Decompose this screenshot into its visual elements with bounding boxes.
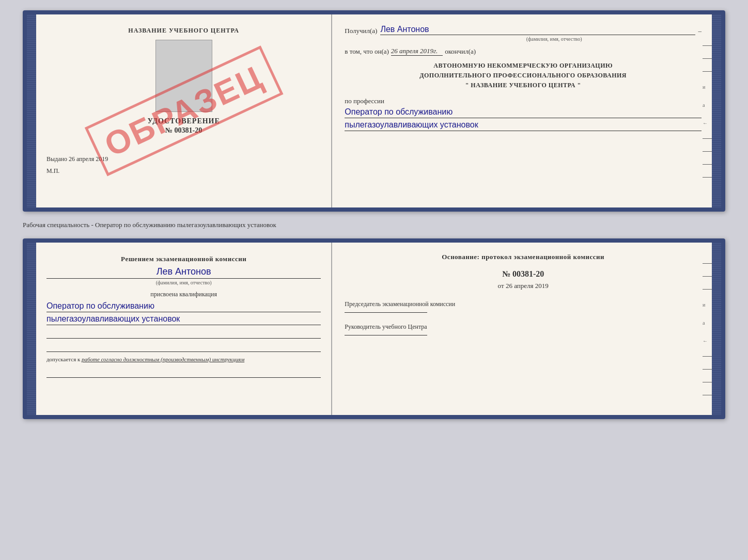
lower-name: Лев Антонов: [46, 266, 321, 279]
lower-dash-1: [703, 263, 712, 264]
lower-right-page: Основание: протокол экзаменационной коми…: [332, 243, 712, 415]
lower-dash-4: [703, 356, 712, 357]
poluchil-line: Получил(а) Лев Антонов –: [345, 25, 702, 35]
side-dashes-lower: и а ←: [703, 263, 712, 395]
upper-right-page: Получил(а) Лев Антонов – (фамилия, имя, …: [332, 14, 712, 207]
side-label-arrow: ←: [703, 120, 712, 126]
ot-prefix: от: [498, 282, 504, 290]
lower-dash-7: [703, 395, 712, 395]
upper-left-title: НАЗВАНИЕ УЧЕБНОГО ЦЕНТРА: [46, 27, 321, 35]
side-dash-7: [703, 177, 712, 178]
upper-left-page: НАЗВАНИЕ УЧЕБНОГО ЦЕНТРА УДОСТОВЕРЕНИЕ №…: [36, 14, 332, 207]
kvalif-line1: Оператор по обслуживанию: [46, 301, 321, 312]
prisvoena-label: присвоена квалификация: [46, 291, 321, 298]
profession-line1: Оператор по обслуживанию: [345, 107, 702, 118]
poluchil-dash: –: [698, 27, 702, 35]
profession-line2: пылегазоулавливающих установок: [345, 120, 702, 131]
fio-hint-lower: (фамилия, имя, отчество): [46, 280, 321, 285]
side-label-a: а: [703, 102, 712, 108]
vydano-date: 26 апреля 2019: [69, 155, 108, 163]
spine-left: [27, 14, 36, 207]
udostoverenie-number: № 00381-20: [46, 126, 321, 135]
org-line3: " НАЗВАНИЕ УЧЕБНОГО ЦЕНТРА ": [345, 81, 702, 90]
side-dash-4: [703, 138, 712, 139]
blank-line-3: [46, 369, 321, 378]
blank-line-2: [46, 343, 321, 352]
vtom-okончil: окончил(а): [445, 47, 476, 56]
osnovanie-title: Основание: протокол экзаменационной коми…: [345, 253, 702, 261]
predsedatel-sign-line: [345, 312, 427, 313]
predsedatel-block: Председатель экзаменационной комиссии: [345, 300, 702, 313]
poluchil-label: Получил(а): [345, 27, 377, 35]
dopuskaetsya-text: допускается к работе согласно должностны…: [46, 356, 321, 362]
rukovoditel-block: Руководитель учебного Центра: [345, 323, 702, 335]
po-professii-label: по профессии: [345, 97, 702, 105]
protokol-number: № 00381-20: [345, 269, 702, 279]
lower-left-page: Решением экзаменационной комиссии Лев Ан…: [36, 243, 332, 415]
vtom-date: 26 апреля 2019г.: [391, 47, 443, 56]
lower-dash-2: [703, 276, 712, 277]
ot-date-value: 26 апреля 2019: [506, 282, 549, 290]
side-dash-6: [703, 164, 712, 165]
mp-line: М.П.: [46, 167, 321, 175]
fio-hint-upper: (фамилия, имя, отчество): [407, 36, 702, 42]
lower-certificate-book: Решением экзаменационной комиссии Лев Ан…: [23, 238, 725, 419]
upper-certificate-book: НАЗВАНИЕ УЧЕБНОГО ЦЕНТРА УДОСТОВЕРЕНИЕ №…: [23, 10, 725, 212]
subtitle-bar: Рабочая специальность - Оператор по обсл…: [23, 218, 725, 232]
lower-dash-5: [703, 369, 712, 370]
udostoverenie-block: УДОСТОВЕРЕНИЕ № 00381-20: [46, 117, 321, 135]
document-container: НАЗВАНИЕ УЧЕБНОГО ЦЕНТРА УДОСТОВЕРЕНИЕ №…: [23, 10, 725, 419]
org-line1: АВТОНОМНУЮ НЕКОММЕРЧЕСКУЮ ОРГАНИЗАЦИЮ: [345, 61, 702, 71]
vtom-prefix: в том, что он(а): [345, 47, 389, 56]
lower-side-i: и: [703, 302, 712, 308]
side-dashes-upper: и а ←: [703, 45, 712, 178]
spine-right-lower: [712, 243, 721, 415]
org-line2: ДОПОЛНИТЕЛЬНОГО ПРОФЕССИОНАЛЬНОГО ОБРАЗО…: [345, 71, 702, 81]
kvalif-line2: пылегазоулавливающих установок: [46, 314, 321, 325]
lower-dash-3: [703, 289, 712, 290]
side-dash-3: [703, 71, 712, 72]
dopuskaetsya-prefix: допускается к: [46, 356, 80, 362]
lower-dash-6: [703, 382, 712, 382]
spine-left-lower: [27, 243, 36, 415]
rukovoditel-sign-line: [345, 335, 427, 335]
udostoverenie-label: УДОСТОВЕРЕНИЕ: [46, 117, 321, 125]
poluchil-name: Лев Антонов: [380, 25, 695, 35]
dopuskaetsya-italic: работе согласно должностным (производств…: [82, 356, 244, 362]
vydano-prefix: Выдано: [46, 155, 67, 163]
lower-side-a: а: [703, 320, 712, 326]
vtom-line: в том, что он(а) 26 апреля 2019г. окончи…: [345, 47, 702, 56]
spine-right-upper: [712, 14, 721, 207]
rukovoditel-label: Руководитель учебного Центра: [345, 323, 702, 331]
photo-placeholder: [155, 40, 212, 112]
side-dash-1: [703, 45, 712, 46]
side-label-i: и: [703, 84, 712, 90]
org-block: АВТОНОМНУЮ НЕКОММЕРЧЕСКУЮ ОРГАНИЗАЦИЮ ДО…: [345, 61, 702, 91]
vydano-line: Выдано 26 апреля 2019: [46, 155, 321, 163]
side-dash-5: [703, 151, 712, 152]
side-dash-2: [703, 58, 712, 59]
ot-date: от 26 апреля 2019: [345, 282, 702, 290]
resheniem-title: Решением экзаменационной комиссии: [46, 255, 321, 263]
lower-side-arrow: ←: [703, 338, 712, 344]
predsedatel-label: Председатель экзаменационной комиссии: [345, 300, 702, 308]
blank-line-1: [46, 329, 321, 339]
